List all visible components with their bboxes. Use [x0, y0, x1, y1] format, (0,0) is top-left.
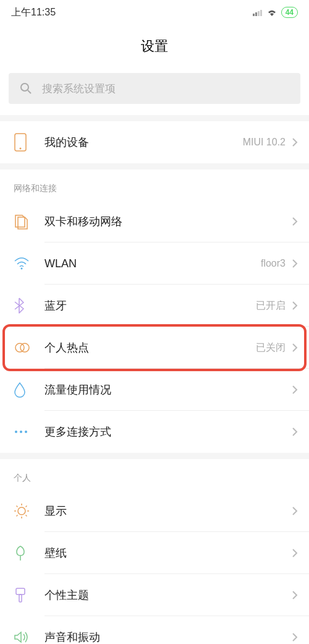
- bluetooth-icon: [14, 298, 25, 314]
- status-time: 上午11:35: [11, 6, 56, 19]
- row-label: 我的设备: [44, 135, 243, 150]
- row-hotspot[interactable]: 个人热点 已关闭: [0, 327, 309, 369]
- svg-line-22: [26, 506, 27, 507]
- svg-rect-0: [253, 14, 255, 16]
- flower-icon: [14, 545, 27, 561]
- svg-point-7: [20, 148, 22, 150]
- row-label: 双卡和移动网络: [44, 214, 292, 229]
- more-icon: [14, 429, 28, 434]
- speaker-icon: [14, 630, 28, 644]
- chevron-right-icon: [292, 427, 298, 437]
- wifi-icon: [266, 8, 277, 17]
- svg-point-8: [21, 268, 23, 270]
- row-bluetooth[interactable]: 蓝牙 已开启: [0, 285, 309, 327]
- hotspot-icon: [14, 342, 31, 353]
- section-header-personal: 个人: [0, 459, 309, 490]
- row-label: 蓝牙: [44, 298, 256, 313]
- search-icon: [20, 82, 32, 95]
- svg-point-9: [15, 343, 24, 352]
- wifi-icon: [14, 257, 30, 270]
- row-value: MIUI 10.2: [243, 137, 286, 148]
- droplet-icon: [14, 382, 26, 398]
- row-label: 流量使用情况: [44, 382, 292, 397]
- search-wrap: 搜索系统设置项: [0, 73, 309, 115]
- svg-line-20: [26, 515, 27, 517]
- svg-line-21: [17, 515, 18, 517]
- chevron-right-icon: [292, 259, 298, 268]
- row-label: 个性主题: [44, 588, 292, 603]
- sun-icon: [14, 503, 30, 519]
- svg-rect-3: [260, 10, 262, 16]
- row-value: 已关闭: [256, 341, 286, 354]
- chevron-right-icon: [292, 590, 298, 600]
- search-placeholder: 搜索系统设置项: [42, 82, 116, 96]
- row-sound[interactable]: 声音和振动: [0, 616, 309, 644]
- row-label: 壁纸: [44, 546, 292, 560]
- status-bar: 上午11:35 44: [0, 0, 309, 25]
- svg-point-13: [25, 431, 27, 433]
- svg-point-14: [18, 507, 25, 515]
- row-sim[interactable]: 双卡和移动网络: [0, 200, 309, 243]
- row-label: 声音和振动: [44, 630, 292, 644]
- row-more-connections[interactable]: 更多连接方式: [0, 411, 309, 453]
- chevron-right-icon: [292, 137, 298, 147]
- chevron-right-icon: [292, 217, 298, 226]
- chevron-right-icon: [292, 548, 298, 558]
- page-header: 设置: [0, 25, 309, 73]
- row-data-usage[interactable]: 流量使用情况: [0, 369, 309, 411]
- row-label: 更多连接方式: [44, 424, 292, 439]
- row-wallpaper[interactable]: 壁纸: [0, 532, 309, 574]
- svg-point-4: [21, 84, 28, 91]
- chevron-right-icon: [292, 506, 298, 516]
- brush-icon: [14, 587, 27, 603]
- row-wlan[interactable]: WLAN floor3: [0, 243, 309, 285]
- row-value: floor3: [261, 258, 286, 269]
- row-label: 显示: [44, 504, 292, 518]
- row-theme[interactable]: 个性主题: [0, 574, 309, 616]
- svg-rect-1: [255, 12, 257, 16]
- row-my-device[interactable]: 我的设备 MIUI 10.2: [0, 121, 309, 163]
- chevron-right-icon: [292, 301, 298, 311]
- phone-icon: [14, 133, 27, 152]
- row-label: 个人热点: [44, 340, 256, 355]
- battery-percent: 44: [286, 8, 294, 17]
- svg-line-19: [17, 506, 18, 507]
- svg-line-5: [28, 90, 31, 93]
- signal-icon: [253, 9, 263, 16]
- section-header-network: 网络和连接: [0, 170, 309, 200]
- chevron-right-icon: [292, 632, 298, 642]
- row-value: 已开启: [256, 299, 286, 312]
- page-title: 设置: [0, 37, 309, 56]
- search-input[interactable]: 搜索系统设置项: [9, 73, 300, 104]
- status-icons: 44: [253, 7, 298, 18]
- chevron-right-icon: [292, 385, 298, 395]
- battery-icon: 44: [281, 7, 298, 18]
- svg-point-11: [15, 431, 17, 433]
- row-label: WLAN: [44, 257, 261, 270]
- svg-rect-23: [16, 588, 25, 595]
- svg-rect-2: [258, 11, 260, 16]
- svg-point-12: [20, 431, 22, 433]
- svg-point-10: [20, 343, 29, 352]
- row-display[interactable]: 显示: [0, 490, 309, 532]
- chevron-right-icon: [292, 343, 298, 353]
- sim-icon: [14, 213, 28, 230]
- svg-rect-24: [19, 595, 22, 602]
